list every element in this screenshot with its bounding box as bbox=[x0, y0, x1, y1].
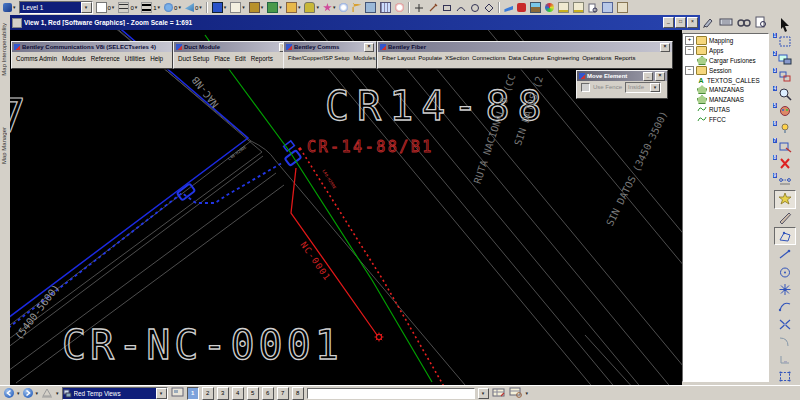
tab-map-manager[interactable]: Map Manager bbox=[1, 127, 7, 164]
view-toggle-8[interactable]: 8 bbox=[292, 387, 304, 400]
plot-icon[interactable] bbox=[41, 384, 53, 400]
manipulate-tool[interactable]: 3 bbox=[775, 68, 795, 84]
info-icon[interactable] bbox=[338, 2, 349, 14]
menu-modules[interactable]: Modules bbox=[353, 55, 375, 61]
menu-reports[interactable]: Reports bbox=[251, 55, 273, 62]
menu-edit[interactable]: Edit bbox=[235, 55, 246, 62]
close-icon[interactable]: × bbox=[655, 72, 665, 81]
corner-tool[interactable] bbox=[775, 351, 795, 367]
tree-item-session[interactable]: − Session bbox=[683, 65, 768, 75]
print-preview-icon[interactable] bbox=[755, 14, 767, 32]
menu-engineering[interactable]: Engineering bbox=[547, 55, 579, 61]
view-toggle-4[interactable]: 4 bbox=[232, 387, 244, 400]
menu-reports[interactable]: Reports bbox=[615, 55, 636, 61]
fence-mode-dropdown[interactable]: ▾ bbox=[650, 83, 660, 92]
menu-duct-setup[interactable]: Duct Setup bbox=[178, 55, 209, 62]
style-icon[interactable]: ▾ bbox=[322, 2, 337, 14]
snap-intersection-icon[interactable] bbox=[455, 2, 467, 14]
point-star-tool[interactable] bbox=[775, 281, 795, 297]
active-color-picker[interactable]: 0▾ bbox=[95, 2, 116, 14]
polygon-tool[interactable] bbox=[774, 227, 796, 245]
menu-connections[interactable]: Connections bbox=[472, 55, 505, 61]
groups-tool[interactable]: 6 bbox=[775, 121, 795, 137]
priority-picker[interactable]: 0▾ bbox=[184, 2, 203, 14]
menu-operations[interactable]: Operations bbox=[582, 55, 611, 61]
restore-button[interactable]: □ bbox=[675, 17, 686, 28]
fence-tool[interactable]: 2 bbox=[775, 51, 795, 67]
arc-tool[interactable] bbox=[775, 299, 795, 315]
view-toggle-5[interactable]: 5 bbox=[247, 387, 259, 400]
edit-table-icon[interactable] bbox=[492, 384, 506, 400]
menu-modules[interactable]: Modules bbox=[62, 55, 86, 62]
print-icon[interactable] bbox=[616, 2, 629, 14]
delete-element-tool[interactable]: 8 bbox=[775, 155, 795, 171]
view-toggle-6[interactable]: 6 bbox=[262, 387, 274, 400]
menu-help[interactable]: Help bbox=[150, 55, 163, 62]
measure-tool[interactable]: 9 bbox=[775, 173, 795, 189]
browse-table-icon[interactable] bbox=[509, 384, 523, 400]
flag-icon[interactable] bbox=[351, 2, 362, 14]
fence-mode-combo[interactable]: Inside▾ bbox=[625, 82, 661, 93]
reference-icon[interactable]: ▾ bbox=[266, 2, 283, 14]
window-icon[interactable] bbox=[364, 2, 377, 14]
dialog-move-element[interactable]: Move Element_× Use Fence Inside▾ bbox=[576, 70, 668, 99]
lock-icon[interactable] bbox=[516, 2, 527, 14]
window-duct-module[interactable]: Duct Module× Duct Setup Place Edit Repor… bbox=[173, 41, 292, 69]
linear-element-tool[interactable] bbox=[775, 210, 795, 226]
circle-tool[interactable] bbox=[775, 264, 795, 280]
key-in-field[interactable] bbox=[307, 388, 475, 399]
level-dropdown-button[interactable]: ▾ bbox=[81, 2, 92, 13]
sheet-icon[interactable]: ▾ bbox=[229, 2, 246, 14]
close-icon[interactable]: × bbox=[364, 43, 374, 52]
menu-xsection[interactable]: XSection bbox=[445, 55, 469, 61]
tab-map-interoperability[interactable]: Map Interoperability bbox=[1, 23, 7, 76]
grid-icon[interactable] bbox=[379, 2, 392, 14]
back-view-button[interactable] bbox=[4, 388, 14, 398]
transparency-picker[interactable]: 0▾ bbox=[163, 2, 182, 14]
tree-item-manzanas-1[interactable]: MANZANAS bbox=[683, 85, 768, 95]
menu-populate[interactable]: Populate bbox=[418, 55, 442, 61]
window-bentley-comms[interactable]: Bentley Comms× Fiber/Copper/ISP Setup Mo… bbox=[283, 41, 377, 69]
tree-item-textos-calles[interactable]: A TEXTOS_CALLES bbox=[683, 75, 768, 85]
minimize-icon[interactable]: _ bbox=[643, 72, 653, 81]
window-bentley-fiber[interactable]: Bentley Fiber× Fiber Layout Populate XSe… bbox=[377, 41, 673, 69]
view-group-combo[interactable]: Red Temp Views ▾ bbox=[62, 387, 168, 400]
snap-nearest-icon[interactable] bbox=[413, 2, 425, 14]
snap-keypoint-icon[interactable] bbox=[427, 2, 439, 14]
menu-place[interactable]: Place bbox=[214, 55, 230, 62]
tree-item-rutas[interactable]: RUTAS bbox=[683, 105, 768, 115]
workspace-icon[interactable]: ▾ bbox=[2, 2, 17, 14]
collapse-icon[interactable]: − bbox=[685, 66, 694, 75]
tree-item-ffcc[interactable]: FFCC bbox=[683, 114, 768, 124]
key-in-dropdown[interactable]: ▾ bbox=[478, 388, 489, 399]
fillet-tool[interactable] bbox=[775, 334, 795, 350]
close-icon[interactable]: × bbox=[660, 43, 670, 52]
trim-tool[interactable] bbox=[775, 316, 795, 332]
database-icon[interactable]: ▾ bbox=[303, 2, 320, 14]
manage-view-groups-icon[interactable] bbox=[171, 384, 184, 400]
search-doc-icon[interactable] bbox=[587, 2, 599, 14]
expand-icon[interactable]: + bbox=[685, 36, 694, 45]
tree-item-manzanas-2[interactable]: MANZANAS bbox=[683, 95, 768, 105]
menu-fiber-copper-isp-setup[interactable]: Fiber/Copper/ISP Setup bbox=[288, 55, 349, 61]
no-snap-icon[interactable] bbox=[394, 2, 405, 14]
tree-item-mapping[interactable]: + Mapping bbox=[683, 36, 768, 46]
active-level-combo[interactable]: Level 1▾ bbox=[19, 1, 93, 14]
cell-library-icon[interactable]: ▾ bbox=[248, 2, 265, 14]
view-toggle-3[interactable]: 3 bbox=[217, 387, 229, 400]
line-style-picker[interactable]: 0▾ bbox=[117, 2, 138, 14]
redline-pen-icon[interactable] bbox=[702, 14, 715, 32]
view-titlebar[interactable]: View 1, Red [Software Graphics] - Zoom S… bbox=[10, 15, 700, 30]
report-icon-2[interactable] bbox=[572, 2, 585, 14]
snap-center-icon[interactable] bbox=[469, 2, 481, 14]
forward-view-button[interactable] bbox=[23, 388, 33, 398]
minimize-button[interactable]: _ bbox=[663, 17, 674, 28]
window-bentley-communications[interactable]: Bentley Communications V8i (SELECTseries… bbox=[11, 41, 173, 69]
element-selection-tool[interactable]: 1 bbox=[775, 33, 795, 49]
view-group-dropdown[interactable]: ▾ bbox=[156, 388, 167, 399]
binoculars-icon[interactable] bbox=[737, 14, 751, 32]
view-zoom-tool[interactable]: 4 bbox=[775, 86, 795, 102]
raster-icon[interactable]: ▾ bbox=[285, 2, 302, 14]
project-tree-panel[interactable]: + Mapping − Apps Cargar Fusiones − Sessi… bbox=[682, 33, 769, 382]
menu-reference[interactable]: Reference bbox=[91, 55, 120, 62]
